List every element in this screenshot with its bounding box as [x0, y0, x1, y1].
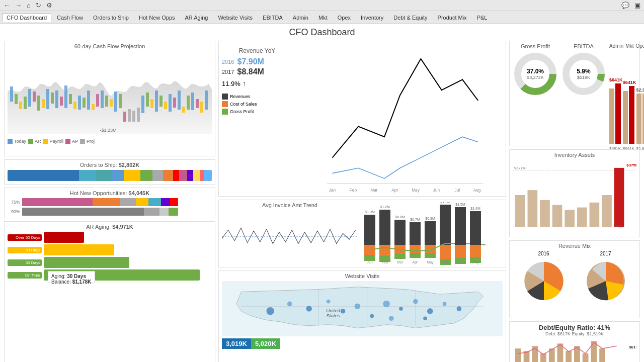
tab-website-visits[interactable]: Website Visits	[213, 13, 257, 22]
debt-equity-detail: Debt: $617K Equity: $1,519K	[513, 331, 636, 336]
back-button[interactable]: ←	[2, 2, 12, 9]
forward-button[interactable]: →	[14, 2, 23, 9]
cashflow-legend: Today AR Payroll AP	[8, 139, 212, 144]
gross-profit-section: Gross Profit 37.0% $3,272K	[513, 43, 558, 144]
home-button[interactable]: ⌂	[25, 2, 32, 9]
tab-cfo-dashboard[interactable]: CFO Dashboard	[2, 13, 51, 22]
expand-button[interactable]: ▣	[633, 2, 642, 9]
svg-text:States: States	[327, 313, 340, 318]
tab-hot-new-opps[interactable]: Hot New Opps	[134, 13, 180, 22]
rev-2017-label: 2017	[222, 69, 234, 75]
dept-bars: $641K $581K $641K	[609, 50, 644, 144]
revenue-svg: Jan Feb Mar Apr May Jun Jul Aug	[297, 43, 503, 194]
revenue-content: Revenue YoY 2016 $7.90M 2017 $8.84M 11.9…	[222, 43, 503, 194]
mix-2017-pie	[583, 258, 628, 304]
svg-point-109	[427, 308, 433, 314]
tab-pl[interactable]: P&L	[472, 13, 492, 22]
refresh-button[interactable]: ↻	[34, 2, 43, 9]
svg-text:United: United	[326, 308, 340, 313]
svg-rect-18	[92, 104, 95, 110]
revenue-chart: Jan Feb Mar Apr May Jun Jul Aug	[297, 43, 503, 194]
orders-panel: Orders to Ship: $2,802K	[4, 159, 215, 185]
legend-gp-label: Gross Profit	[230, 109, 254, 114]
legend-cos-color	[222, 101, 228, 107]
visits-stat-1: 3,019K	[222, 338, 251, 349]
inventory-svg: Max OH $375K Aug	[513, 160, 636, 230]
legend-cos-label: Cost of Sales	[230, 102, 257, 107]
dashboard-grid: 60-day Cash Flow Projection	[4, 41, 640, 357]
revenue-mix-content: 2016 2017	[513, 251, 636, 304]
svg-rect-135	[515, 348, 521, 362]
svg-point-107	[399, 307, 403, 311]
tab-product-mix[interactable]: Product Mix	[433, 13, 471, 22]
gp-value: $3,272K	[527, 75, 544, 80]
opex-label: Opex	[635, 43, 644, 49]
ebitda-title: EBITDA	[561, 43, 606, 49]
mix-2017: 2017	[583, 251, 628, 304]
svg-point-106	[383, 301, 389, 307]
svg-rect-130	[602, 195, 612, 227]
svg-rect-66	[410, 253, 421, 258]
tab-ar-aging[interactable]: AR Aging	[181, 13, 213, 22]
svg-rect-42	[200, 102, 203, 113]
svg-rect-19	[96, 94, 99, 107]
svg-rect-131	[614, 168, 624, 227]
svg-rect-39	[187, 96, 190, 110]
svg-rect-73	[455, 207, 466, 245]
svg-text:-$1.23M: -$1.23M	[100, 128, 116, 133]
admin-bars: $641K $581K	[609, 83, 621, 144]
aging-title: AR Aging: $4,971K	[8, 224, 212, 230]
svg-point-108	[413, 299, 418, 304]
svg-text:Feb: Feb	[350, 188, 357, 193]
aging-bars: Over 60 Days 60 Days 30 Days Aging: 30 D…	[8, 232, 212, 281]
svg-point-104	[355, 303, 361, 309]
svg-rect-24	[119, 94, 122, 108]
cashflow-panel: 60-day Cash Flow Projection	[4, 41, 215, 156]
debt-equity-title: Debt/Equity Ratio: 41%	[513, 324, 636, 331]
dashboard-title: CFO Dashboard	[4, 27, 640, 38]
svg-text:Aug: Aug	[472, 260, 479, 264]
svg-rect-32	[155, 90, 158, 112]
svg-rect-128	[577, 208, 587, 227]
inventory-panel: Inventory Assets Max OH $375K	[509, 149, 640, 237]
opex-bars: $2,932K $2,932K	[636, 94, 644, 144]
svg-rect-125	[540, 200, 550, 227]
revenue-mix-panel: Revenue Mix 2016	[509, 240, 640, 318]
tab-debt-equity[interactable]: Debt & Equity	[389, 13, 432, 22]
svg-rect-20	[101, 90, 104, 108]
rev-2016-amount: $7.90M	[237, 57, 264, 66]
svg-rect-15	[78, 96, 81, 110]
svg-rect-6	[37, 96, 40, 111]
tab-orders-to-ship[interactable]: Orders to Ship	[89, 13, 133, 22]
svg-text:$1.2M: $1.2M	[380, 205, 390, 209]
tab-opex[interactable]: Opex	[333, 13, 355, 22]
tab-cash-flow[interactable]: Cash Flow	[52, 13, 88, 22]
svg-text:Mar: Mar	[397, 260, 404, 264]
svg-text:Feb: Feb	[382, 260, 388, 264]
settings-button[interactable]: ⚙	[45, 2, 54, 9]
mix-2016: 2016	[521, 251, 567, 304]
revenue-mix-title: Revenue Mix	[513, 243, 636, 249]
map-container: United States	[222, 281, 503, 336]
mkt-bars: $641K $641K	[623, 86, 634, 144]
svg-rect-28	[137, 108, 140, 122]
opex-budget-bar	[636, 94, 641, 144]
ebitda-percent: 5.9%	[577, 68, 590, 75]
svg-rect-38	[182, 107, 185, 113]
orders-title: Orders to Ship: $2,802K	[8, 162, 212, 168]
cashflow-chart: -$1.23M	[8, 51, 212, 137]
tab-ebitda[interactable]: EBITDA	[258, 13, 287, 22]
tab-inventory[interactable]: Inventory	[356, 13, 388, 22]
svg-rect-25	[123, 112, 126, 122]
svg-point-99	[267, 307, 274, 315]
tab-mkt[interactable]: Mkt	[314, 13, 332, 22]
svg-text:Mar: Mar	[370, 188, 377, 193]
chat-button[interactable]: 💬	[620, 2, 631, 9]
svg-text:Jun: Jun	[442, 260, 448, 264]
debt-equity-panel: Debt/Equity Ratio: 41% Debt: $617K Equit…	[509, 321, 640, 362]
tab-admin[interactable]: Admin	[288, 13, 313, 22]
svg-rect-37	[178, 90, 181, 110]
gross-ebitda-panel: Gross Profit 37.0% $3,272K	[509, 41, 640, 146]
svg-point-112	[389, 316, 394, 321]
svg-rect-64	[410, 222, 421, 245]
